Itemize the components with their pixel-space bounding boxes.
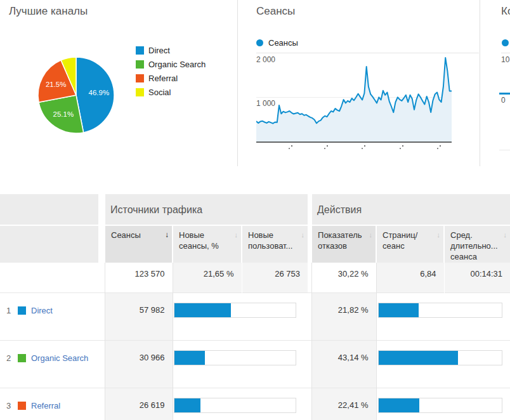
conversions-line-chart [499, 93, 510, 95]
summary-new-users: 26 753 [242, 263, 308, 293]
legend-label: Social [148, 88, 171, 97]
channel-link[interactable]: Referral [31, 401, 60, 410]
bounce-rate-value: 22,41 % [311, 388, 376, 420]
legend-item: Social [136, 88, 206, 97]
pie-data-label: 46.9% [89, 89, 110, 96]
channel-color-swatch [18, 306, 26, 315]
x-tick-label [324, 148, 325, 149]
legend-item: Referral [136, 74, 206, 83]
sessions-panel: Сеансы Сеансы 2 000 1 000 [238, 0, 480, 166]
sessions-value: 57 982 [105, 292, 173, 340]
x-tick-label [289, 148, 290, 149]
sort-icon[interactable]: ↓ [369, 230, 373, 239]
sessions-bar [174, 303, 297, 318]
legend-swatch-icon [136, 88, 144, 96]
sessions-bar [174, 398, 297, 413]
legend-item: Direct [136, 46, 206, 55]
pie-data-label: 21.5% [46, 81, 67, 88]
x-tick-label [400, 148, 401, 149]
corner-cell [0, 194, 98, 225]
channel-link[interactable]: Organic Search [31, 353, 88, 363]
bounce-rate-bar [378, 398, 503, 413]
legend-swatch-icon [136, 74, 144, 82]
corner-cell [0, 225, 98, 263]
table-row: 1 Direct 57 982 21,82 % [0, 292, 510, 340]
legend-swatch-icon [136, 60, 144, 69]
series-dot-icon [502, 39, 509, 46]
bounce-rate-bar [378, 350, 503, 365]
gridline [501, 53, 510, 53]
conversions-title: Ко [501, 5, 510, 18]
table-summary-row: 123 570 21,65 % 26 753 30,22 % 6,84 00:1… [0, 263, 510, 293]
sort-icon[interactable]: ↓ [504, 230, 507, 239]
column-header-avg-duration[interactable]: Сред. длительно... сеанса ↓ [444, 225, 510, 263]
sessions-bar [174, 350, 297, 365]
sessions-title: Сеансы [256, 5, 295, 18]
y-tick-zero: 0 [501, 96, 506, 105]
sort-desc-icon[interactable]: ↓ [165, 230, 169, 240]
summary-new-sessions: 21,65 % [173, 263, 242, 293]
x-tick-label [437, 148, 438, 149]
top-channels-title: Лучшие каналы [9, 5, 88, 18]
channels-table: Источники трафика Действия Сеансы ↓ Новы… [0, 193, 510, 420]
channel-link[interactable]: Direct [31, 306, 53, 315]
legend-label: Referral [148, 74, 178, 83]
table-row: 3 Referral 26 619 22,41 % [0, 388, 510, 420]
channels-pie-chart: 46.9%25.1%21.5% [36, 55, 117, 136]
summary-avg-duration: 00:14:31 [444, 263, 510, 293]
column-header-bounce-rate[interactable]: Показатель отказов ↓ [311, 225, 376, 263]
sessions-legend-label: Сеансы [268, 38, 298, 48]
bounce-rate-bar [378, 303, 503, 318]
sessions-value: 30 966 [105, 340, 173, 388]
row-rank: 1 [6, 306, 16, 315]
legend-label: Direct [148, 46, 170, 55]
summary-sessions: 123 570 [105, 263, 173, 293]
bounce-rate-value: 43,14 % [311, 340, 376, 388]
x-tick-label [362, 148, 363, 149]
top-channels-panel: Лучшие каналы 46.9%25.1%21.5% DirectOrga… [0, 0, 237, 166]
table-column-header-row: Сеансы ↓ Новые сеансы, % ↓ Новые пользов… [0, 225, 510, 263]
summary-pages-per-session: 6,84 [376, 263, 444, 293]
sort-icon[interactable]: ↓ [235, 230, 239, 239]
group-actions: Действия [311, 194, 510, 225]
sessions-legend: Сеансы [256, 38, 298, 48]
row-rank: 2 [6, 353, 16, 363]
sessions-value: 26 619 [105, 388, 173, 420]
y-tick-top: 10 [501, 55, 509, 64]
series-dot-icon [256, 39, 263, 46]
table-group-header-row: Источники трафика Действия [0, 194, 510, 225]
summary-bounce-rate: 30,22 % [311, 263, 376, 293]
sessions-line-chart [256, 53, 452, 145]
gridline [499, 150, 510, 150]
sort-icon[interactable]: ↓ [437, 230, 441, 239]
pie-legend: DirectOrganic SearchReferralSocial [136, 46, 206, 97]
column-header-new-sessions[interactable]: Новые сеансы, % ↓ [173, 225, 242, 263]
legend-item: Organic Search [136, 60, 206, 69]
group-traffic-sources: Источники трафика [105, 194, 308, 225]
column-header-new-users[interactable]: Новые пользоват... ↓ [242, 225, 308, 263]
analytics-dashboard: Лучшие каналы 46.9%25.1%21.5% DirectOrga… [0, 0, 510, 420]
table-row: 2 Organic Search 30 966 43,14 % [0, 340, 510, 388]
conversions-panel-clipped: Ко 10 0 [480, 0, 510, 166]
pie-data-label: 25.1% [53, 110, 74, 118]
legend-label: Organic Search [148, 60, 206, 69]
legend-swatch-icon [136, 46, 144, 55]
sort-icon[interactable]: ↓ [301, 230, 305, 239]
bounce-rate-value: 21,82 % [311, 292, 376, 340]
channel-color-swatch [18, 354, 26, 362]
column-header-sessions[interactable]: Сеансы ↓ [105, 225, 173, 263]
row-rank: 3 [6, 401, 16, 410]
channel-color-swatch [18, 402, 26, 410]
column-header-pages-per-session[interactable]: Страниц/сеанс ↓ [376, 225, 444, 263]
